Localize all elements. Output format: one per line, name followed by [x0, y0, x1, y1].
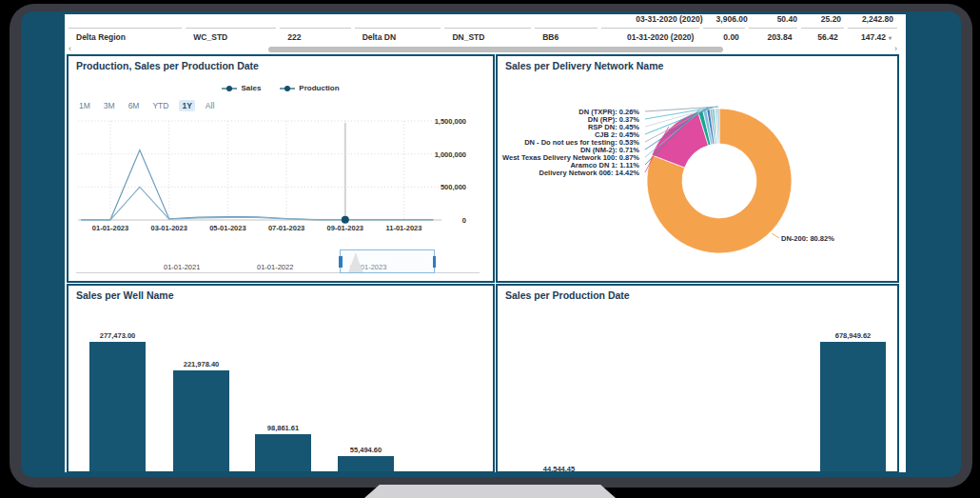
donut-callout-label: Aramco DN 1: 1.11% — [496, 161, 639, 169]
bar-value-label: 678,949.62 — [813, 331, 893, 340]
horizontal-scrollbar: ‹ › — [67, 46, 899, 54]
sort-descending-icon[interactable]: ▾ — [889, 35, 892, 41]
donut-callout-label: Delivery Network 006: 14.42% — [496, 169, 639, 176]
donut-callout-label: DN (TXPR): 0.26% — [496, 108, 639, 115]
table-cell[interactable]: WC_STD — [186, 28, 276, 46]
bar[interactable] — [173, 370, 229, 472]
table-cell[interactable] — [186, 14, 282, 28]
donut-callout-label: CJB 2: 0.45% — [496, 130, 639, 138]
table-cell[interactable] — [67, 14, 186, 28]
table-cell[interactable] — [447, 14, 539, 28]
table-cell[interactable]: 03-31-2020 (2020) — [605, 14, 709, 28]
bar-value-label: 221,978.40 — [162, 360, 242, 369]
table-cell[interactable]: 222 — [280, 28, 350, 46]
scrollbar-thumb[interactable] — [268, 47, 723, 52]
table-cell[interactable]: 203.84 — [749, 28, 798, 46]
scroller-right-handle[interactable] — [433, 256, 437, 268]
table-row[interactable]: 03-31-2020 (2020)3,906.0050.4025.202,242… — [67, 14, 899, 28]
table-cell[interactable] — [539, 14, 605, 28]
device-stand — [364, 485, 616, 498]
scroll-left-icon[interactable]: ‹ — [69, 44, 71, 53]
table-cell[interactable]: BB6 — [535, 28, 598, 46]
donut-callout-label: West Texas Delivery Network 100: 0.87% — [496, 153, 639, 161]
panel-sales-per-delivery-network: Sales per Delivery Network Name DN (TXPR… — [496, 54, 899, 283]
data-table: 03-31-2020 (2020)3,906.0050.4025.202,242… — [67, 14, 899, 54]
bar-value-label: 55,494.60 — [326, 446, 406, 454]
dashboard-screen: 03-31-2020 (2020)3,906.0050.4025.202,242… — [65, 14, 906, 472]
donut-callout-label: DN - Do not ues for testing: 0.53% — [496, 138, 639, 146]
scroller-preview — [69, 56, 493, 281]
table-cell[interactable]: 2,242.80 — [847, 14, 899, 28]
panel-title: Sales per Production Date — [505, 289, 630, 301]
panel-title: Sales per Well Name — [76, 289, 174, 301]
donut-callout-label: DN (NM-2): 0.71% — [496, 146, 639, 153]
bar-value-label: 98,861.61 — [244, 424, 323, 432]
table-cell[interactable] — [282, 14, 356, 28]
scroller-selection-window[interactable] — [340, 249, 435, 273]
table-cell[interactable]: 56.42 — [801, 28, 843, 46]
table-cell[interactable]: 50.40 — [752, 14, 803, 28]
panel-sales-per-production-date: Sales per Production Date 44,544.45678,9… — [496, 284, 899, 472]
bar[interactable] — [89, 342, 146, 472]
scroller-left-handle[interactable] — [339, 256, 343, 268]
donut-callout-label: RSP DN: 0.45% — [496, 123, 639, 130]
table-cell[interactable]: Delta Region — [69, 28, 182, 46]
panel-production-sales: Production, Sales per Production Date Sa… — [67, 54, 495, 283]
table-row[interactable]: Delta RegionWC_STD222Delta DNDN_STDBB601… — [67, 28, 899, 46]
dashboard-grid: Production, Sales per Production Date Sa… — [67, 54, 899, 472]
table-cell[interactable]: Delta DN — [355, 28, 441, 46]
table-cell[interactable]: 0.00 — [703, 28, 744, 46]
bar-value-label: 44,544.45 — [519, 465, 599, 472]
scroll-right-icon[interactable]: › — [894, 44, 897, 53]
table-cell[interactable]: 147.42▾ — [848, 28, 897, 46]
donut-label-dn-200: DN-200: 80.82% — [781, 234, 834, 243]
table-cell[interactable]: 25.20 — [803, 14, 847, 28]
bar[interactable] — [255, 434, 311, 472]
panel-sales-per-well: Sales per Well Name 277,473.00221,978.40… — [67, 284, 495, 472]
bar-value-label: 277,473.00 — [78, 331, 158, 340]
table-cell[interactable]: DN_STD — [444, 28, 531, 46]
table-cell[interactable]: 3,906.00 — [709, 14, 752, 28]
bar[interactable] — [820, 342, 886, 472]
donut-callout-label: DN (RP): 0.37% — [496, 115, 639, 123]
table-cell[interactable]: 01-31-2020 (2020) — [601, 28, 699, 46]
donut-slice-dn-(txpr)[interactable] — [718, 109, 719, 144]
table-cell[interactable] — [357, 14, 448, 28]
bar[interactable] — [338, 456, 394, 472]
